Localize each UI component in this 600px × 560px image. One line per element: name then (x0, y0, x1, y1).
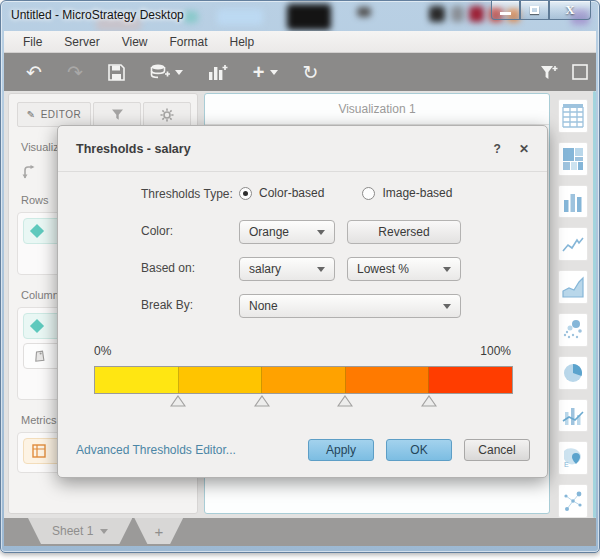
color-row: Color: Orange Reversed (58, 220, 547, 244)
menu-file[interactable]: File (14, 33, 51, 51)
viz-map-icon[interactable]: E (558, 441, 588, 475)
visualization-gallery: E (552, 91, 594, 518)
viz-line-chart-icon[interactable] (558, 227, 588, 261)
dropdown-caret-icon (443, 267, 451, 272)
menu-view[interactable]: View (113, 33, 157, 51)
add-icon: + (253, 63, 265, 81)
window-controls: X (491, 1, 591, 20)
add-data-button[interactable] (144, 61, 189, 83)
attribute-icon (30, 319, 44, 333)
add-data-caret-icon (175, 70, 183, 75)
cancel-button[interactable]: Cancel (464, 439, 530, 461)
sheet-tab[interactable]: Sheet 1 (28, 518, 132, 544)
color-dropdown[interactable]: Orange (239, 220, 335, 244)
editor-tab-label: EDITOR (41, 109, 82, 120)
viz-bar-chart-icon[interactable] (558, 185, 588, 219)
close-icon: X (565, 2, 574, 18)
viz-pie-chart-icon[interactable] (558, 356, 588, 390)
reversed-button[interactable]: Reversed (347, 220, 461, 244)
viz-network-icon[interactable] (558, 484, 588, 518)
dropdown-caret-icon (317, 230, 325, 235)
panel-icon (572, 64, 588, 80)
gradient-segment-1[interactable] (95, 367, 179, 393)
add-button[interactable]: + (247, 61, 284, 83)
minimize-button[interactable] (491, 1, 520, 20)
based-on-dropdown-value: salary (249, 262, 281, 276)
filter-panel-button[interactable] (534, 62, 564, 83)
save-button[interactable] (102, 62, 131, 83)
based-on-dropdown[interactable]: salary (239, 257, 335, 281)
tab-properties[interactable] (143, 102, 191, 127)
dialog-help-button[interactable]: ? (494, 142, 501, 156)
toolbar: ↶ ↷ + ↻ (4, 53, 596, 91)
ok-button[interactable]: OK (386, 439, 452, 461)
add-sheet-label: + (154, 523, 163, 540)
insert-visualization-icon (208, 63, 228, 81)
viz-heatmap-icon[interactable] (558, 142, 588, 176)
color-dropdown-value: Orange (249, 225, 289, 239)
maximize-button[interactable] (520, 1, 549, 20)
threshold-slider-handle[interactable] (254, 395, 270, 407)
add-sheet-tab[interactable]: + (134, 518, 183, 544)
threshold-slider-handle[interactable] (170, 395, 186, 407)
mode-dropdown[interactable]: Lowest % (347, 257, 461, 281)
threshold-marker-track (94, 395, 513, 408)
apply-button-label: Apply (326, 443, 356, 457)
dropdown-caret-icon (443, 304, 451, 309)
thresholds-dialog: Thresholds - salary ? ✕ Thresholds Type:… (57, 125, 548, 478)
viz-combo-chart-icon[interactable] (558, 399, 588, 433)
threshold-slider-handle[interactable] (337, 395, 353, 407)
gradient-segment-2[interactable] (179, 367, 263, 393)
add-caret-icon (270, 70, 278, 75)
based-on-row: Based on: salary Lowest % (58, 257, 547, 281)
tag-icon (32, 350, 46, 363)
advanced-thresholds-editor-link[interactable]: Advanced Thresholds Editor... (76, 443, 236, 457)
break-by-row: Break By: None (58, 294, 547, 318)
tab-filter[interactable] (93, 102, 141, 127)
menu-format[interactable]: Format (160, 33, 216, 51)
gradient-segment-3[interactable] (262, 367, 346, 393)
svg-text:E: E (564, 461, 569, 468)
dropdown-caret-icon (317, 267, 325, 272)
break-by-dropdown-value: None (249, 299, 278, 313)
title-bar[interactable]: Untitled - MicroStrategy Desktop X (1, 1, 599, 31)
attribute-icon (30, 224, 44, 238)
close-button[interactable]: X (549, 1, 591, 20)
radio-unselected-icon (362, 187, 375, 200)
visualization-title: Visualization 1 (205, 94, 549, 125)
tab-editor[interactable]: ✎ EDITOR (17, 102, 91, 127)
menu-bar: File Server View Format Help (4, 31, 596, 53)
threshold-gradient-bar (94, 366, 513, 394)
pencil-icon: ✎ (27, 109, 36, 120)
image-based-radio[interactable]: Image-based (362, 186, 452, 200)
viz-scatter-icon[interactable] (558, 313, 588, 347)
reversed-button-label: Reversed (378, 225, 429, 239)
save-icon (108, 64, 125, 81)
viz-grid-icon[interactable] (558, 99, 588, 133)
menu-help[interactable]: Help (221, 33, 264, 51)
viz-area-chart-icon[interactable] (558, 270, 588, 304)
window-title: Untitled - MicroStrategy Desktop (11, 8, 184, 22)
dialog-close-button[interactable]: ✕ (519, 142, 529, 156)
color-label: Color: (141, 224, 173, 238)
break-by-dropdown[interactable]: None (239, 294, 461, 318)
refresh-icon: ↻ (303, 63, 319, 82)
scale-max-label: 100% (480, 344, 511, 358)
cancel-button-label: Cancel (478, 443, 515, 457)
color-based-radio[interactable]: Color-based (239, 186, 324, 200)
insert-visualization-button[interactable] (202, 61, 234, 83)
redo-button[interactable]: ↷ (61, 61, 89, 84)
filter-icon (540, 64, 558, 81)
menu-server[interactable]: Server (55, 33, 108, 51)
gradient-segment-4[interactable] (346, 367, 430, 393)
threshold-slider-handle[interactable] (421, 395, 437, 407)
redo-icon: ↷ (67, 63, 83, 82)
editor-panel-tabs: ✎ EDITOR (17, 102, 197, 127)
refresh-button[interactable]: ↻ (297, 61, 325, 84)
dialog-title: Thresholds - salary (76, 142, 191, 156)
dialog-header[interactable]: Thresholds - salary ? ✕ (58, 126, 547, 172)
gradient-segment-5[interactable] (429, 367, 512, 393)
panel-toggle-button[interactable] (566, 62, 594, 82)
undo-button[interactable]: ↶ (20, 61, 48, 84)
apply-button[interactable]: Apply (308, 439, 374, 461)
